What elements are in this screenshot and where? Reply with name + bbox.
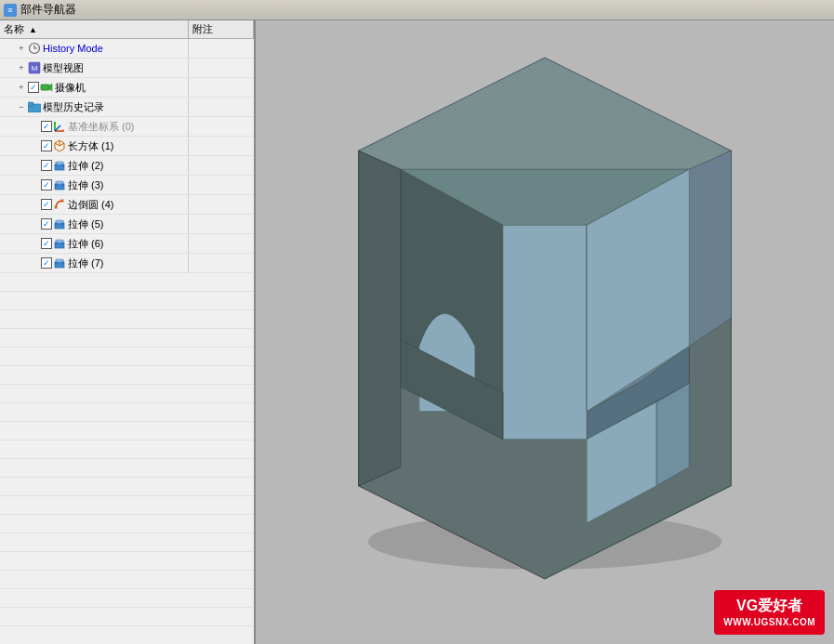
svg-marker-47 [503, 225, 587, 439]
extrude7-icon [53, 256, 66, 269]
history-mode-label: History Mode [43, 43, 103, 54]
tree-row[interactable]: 长方体 (1) [0, 137, 254, 156]
model-view-item[interactable]: + M 模型视图 [0, 59, 189, 77]
camera-checkbox[interactable] [28, 82, 39, 93]
tree-row[interactable]: + 摄像机 [0, 78, 254, 98]
model-history-label: 模型历史记录 [43, 100, 104, 114]
model-view-label: 模型视图 [43, 61, 84, 75]
main-layout: 名称 ▲ 附注 + History Mode [0, 20, 834, 644]
svg-rect-21 [57, 181, 62, 185]
block-checkbox[interactable] [41, 140, 52, 151]
model-view-icon: M [28, 61, 41, 74]
empty-row [0, 515, 254, 533]
model-view-annot [189, 59, 254, 77]
extrude6-annot [189, 234, 254, 253]
block-item[interactable]: 长方体 (1) [0, 137, 189, 155]
block-icon [53, 139, 66, 152]
extrude2-item[interactable]: 拉伸 (2) [0, 156, 189, 175]
tree-row[interactable]: + M 模型视图 [0, 59, 254, 78]
svg-line-9 [55, 125, 60, 131]
svg-marker-54 [359, 151, 401, 486]
extrude6-item[interactable]: 拉伸 (6) [0, 234, 189, 253]
extrude2-icon [53, 159, 66, 172]
empty-row [0, 608, 254, 626]
extrude3-annot [189, 176, 254, 194]
empty-row [0, 478, 254, 496]
empty-row [0, 589, 254, 608]
watermark-line1: VG爱好者 [723, 596, 815, 616]
extrude6-checkbox[interactable] [41, 238, 52, 249]
panel-icon: ≡ [4, 4, 17, 17]
tree-row[interactable]: 拉伸 (5) [0, 215, 254, 234]
panel-title: 部件导航器 [20, 2, 76, 18]
title-bar: ≡ 部件导航器 [0, 0, 834, 20]
empty-row [0, 626, 254, 644]
extrude6-label: 拉伸 (6) [68, 237, 104, 251]
history-mode-icon [28, 42, 41, 55]
chamfer4-item[interactable]: 边倒圆 (4) [0, 195, 189, 214]
extrude7-checkbox[interactable] [41, 257, 52, 269]
extrude5-item[interactable]: 拉伸 (5) [0, 215, 189, 233]
tree-row[interactable]: + History Mode [0, 39, 254, 59]
chamfer4-label: 边倒圆 (4) [68, 198, 114, 212]
camera-annot [189, 78, 254, 97]
svg-rect-35 [57, 259, 62, 263]
empty-row [0, 273, 254, 292]
extrude7-annot [189, 254, 254, 272]
extrude5-checkbox[interactable] [41, 218, 52, 230]
extrude3-item[interactable]: 拉伸 (3) [0, 176, 189, 194]
tree-row[interactable]: − 模型历史记录 [0, 98, 254, 117]
empty-row [0, 310, 254, 329]
coord-item[interactable]: 基准坐标系 (0) [0, 117, 189, 136]
extrude2-checkbox[interactable] [41, 160, 52, 171]
empty-row [0, 366, 254, 385]
extrude6-icon [53, 237, 66, 250]
empty-row [0, 496, 254, 515]
model-history-item[interactable]: − 模型历史记录 [0, 98, 189, 116]
coord-checkbox[interactable] [41, 121, 52, 132]
svg-line-14 [55, 143, 60, 146]
extrude3-label: 拉伸 (3) [68, 178, 104, 192]
svg-marker-4 [49, 84, 52, 91]
extrude3-icon [53, 178, 66, 191]
extrude5-label: 拉伸 (5) [68, 217, 104, 231]
model-history-annot [189, 98, 254, 116]
tree-row[interactable]: 基准坐标系 (0) [0, 117, 254, 137]
tree-content[interactable]: + History Mode + [0, 39, 254, 644]
tree-row[interactable]: 拉伸 (6) [0, 234, 254, 254]
chamfer4-checkbox[interactable] [41, 199, 52, 210]
tree-row[interactable]: 拉伸 (2) [0, 156, 254, 176]
svg-rect-25 [60, 199, 64, 203]
extrude7-item[interactable]: 拉伸 (7) [0, 254, 189, 272]
svg-rect-31 [57, 240, 62, 243]
chamfer4-icon [53, 198, 66, 211]
viewport[interactable]: VG爱好者 WWW.UGSNX.COM [256, 20, 834, 644]
tree-row[interactable]: 边倒圆 (4) [0, 195, 254, 215]
svg-rect-27 [57, 220, 62, 224]
svg-text:M: M [32, 64, 38, 72]
block-annot [189, 137, 254, 155]
svg-rect-17 [57, 162, 62, 165]
expand-icon[interactable]: + [15, 81, 28, 94]
coord-icon [53, 120, 66, 133]
svg-rect-6 [28, 102, 33, 106]
3d-model-svg [256, 20, 834, 644]
note-column-header: 附注 [189, 20, 254, 38]
tree-row[interactable]: 拉伸 (7) [0, 254, 254, 273]
expand-icon[interactable]: + [15, 61, 28, 74]
name-column-header: 名称 ▲ [0, 20, 189, 38]
chamfer4-annot [189, 195, 254, 214]
expand-icon[interactable]: + [15, 42, 28, 55]
camera-label: 摄像机 [55, 81, 86, 95]
camera-item[interactable]: + 摄像机 [0, 78, 189, 97]
empty-row [0, 329, 254, 348]
block-label: 长方体 (1) [68, 139, 114, 153]
expand-icon[interactable]: − [15, 100, 28, 113]
tree-row[interactable]: 拉伸 (3) [0, 176, 254, 195]
empty-row [0, 571, 254, 589]
empty-row [0, 385, 254, 403]
folder-icon [28, 100, 41, 113]
coord-label: 基准坐标系 (0) [68, 120, 135, 134]
extrude3-checkbox[interactable] [41, 179, 52, 191]
history-mode-item[interactable]: + History Mode [0, 39, 189, 58]
